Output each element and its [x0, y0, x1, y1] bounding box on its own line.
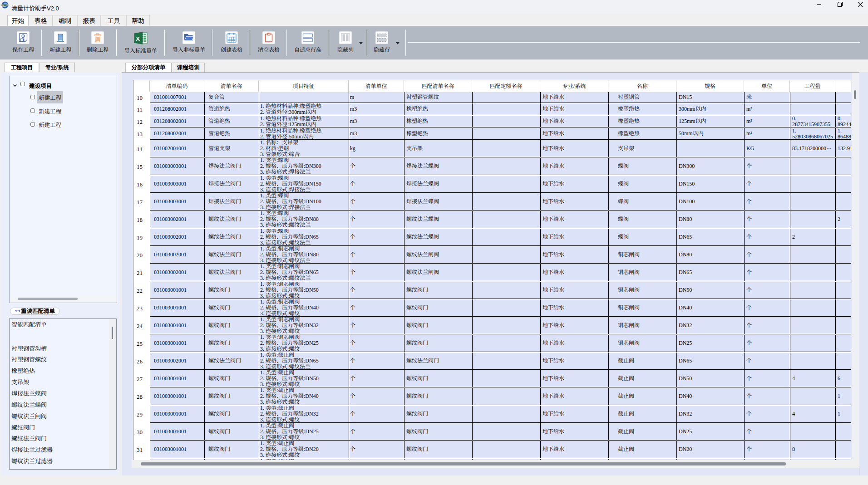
- svg-text:QCZS: QCZS: [1, 4, 9, 7]
- svg-text:X: X: [136, 35, 140, 42]
